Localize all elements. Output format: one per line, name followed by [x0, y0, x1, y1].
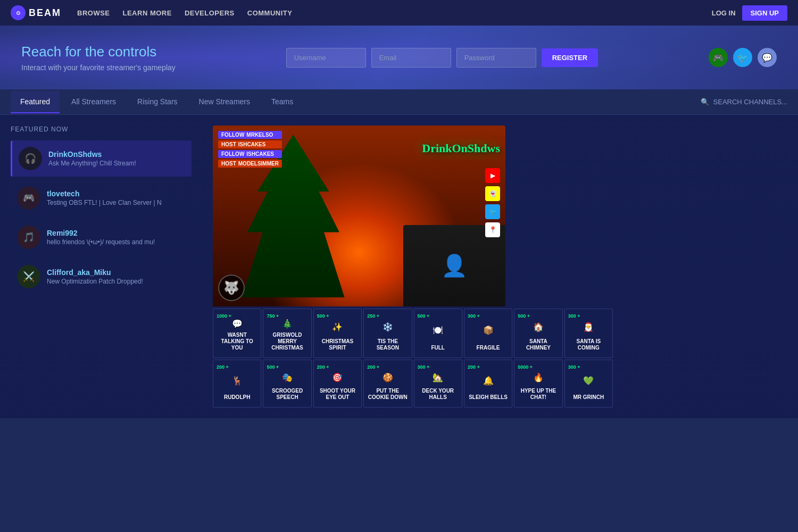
- skill-card-tis-the-season[interactable]: 250 + ❄️ TIS THE SEASON: [363, 309, 412, 358]
- skill-card-sleigh-bells[interactable]: 200 + 🔔 SLEIGH BELLS: [464, 360, 512, 408]
- navbar: ⊙ BEAM BROWSE LEARN MORE DEVELOPERS COMM…: [0, 0, 798, 26]
- skill-card-santa-is-coming[interactable]: 300 + 🎅 SANTA IS COMING: [564, 309, 613, 358]
- hero-banner: Reach for the controls Interact with you…: [0, 26, 798, 89]
- skill-card-fragile[interactable]: 300 + 📦 FRAGILE: [464, 309, 512, 358]
- skill-card-wasnt-talking-to-you[interactable]: 1000 + 💬 WASNT TALKING TO YOU: [213, 309, 261, 358]
- streamer-item-remi[interactable]: 🎵 Remi992 hello friendos \(•ω•)/ request…: [11, 219, 192, 255]
- skill-card-rudolph[interactable]: 200 + 🦌 RUDOLPH: [213, 360, 261, 408]
- skill-icon: 📦: [483, 325, 494, 335]
- skill-icon: 🍪: [383, 372, 393, 383]
- nav-links: BROWSE LEARN MORE DEVELOPERS COMMUNITY: [77, 9, 712, 17]
- skill-icon: 🎄: [282, 319, 293, 329]
- skill-icon: 💬: [232, 319, 243, 329]
- skill-icon: 🔥: [533, 372, 544, 383]
- password-input[interactable]: [456, 48, 536, 68]
- hero-subtitle: Interact with your favorite streamer's g…: [21, 63, 176, 72]
- register-button[interactable]: REGISTER: [542, 48, 598, 67]
- skill-cost: 300 +: [467, 313, 480, 319]
- login-button[interactable]: LOG IN: [712, 9, 736, 17]
- skill-card-griswold-merry-christmas[interactable]: 750 + 🎄 GRISWOLD MERRY CHRISTMAS: [263, 309, 311, 358]
- brand-logo[interactable]: ⊙ BEAM: [11, 5, 61, 20]
- skill-card-deck-your-halls[interactable]: 300 + 🏡 DECK YOUR HALLS: [414, 360, 462, 408]
- badge-host-modelsimmer: HOST MODELSIMMER: [218, 160, 282, 168]
- streamer-desc: Ask Me Anything! Chill Stream!: [48, 160, 136, 167]
- video-frame: FOLLOW MRKELSO HOST ISHCAKES FOLLOW ISHC…: [213, 126, 505, 306]
- snapchat-stream-icon[interactable]: 👻: [485, 186, 500, 201]
- stream-social-icons: ▶ 👻 🐦 📍: [485, 168, 500, 237]
- skill-cost: 1000 +: [215, 313, 231, 319]
- skill-card-santa-chimney[interactable]: 500 + 🏠 SANTA CHIMNEY: [514, 309, 562, 358]
- twitter-stream-icon[interactable]: 🐦: [485, 204, 500, 219]
- skill-card-mr-grinch[interactable]: 300 + 💚 MR GRINCH: [564, 360, 613, 408]
- skill-icon: 🦌: [232, 376, 243, 386]
- skill-name: WASNT TALKING TO YOU: [215, 330, 259, 353]
- username-input[interactable]: [286, 48, 366, 68]
- avatar-clifford: ⚔️: [17, 265, 40, 288]
- skill-icon: 💚: [583, 376, 594, 386]
- skill-icon: ❄️: [383, 322, 393, 332]
- logo-icon: ⊙: [11, 5, 26, 20]
- hero-text: Reach for the controls Interact with you…: [21, 44, 176, 72]
- stream-badges: FOLLOW MRKELSO HOST ISHCAKES FOLLOW ISHC…: [218, 131, 282, 168]
- nav-community[interactable]: COMMUNITY: [247, 9, 293, 17]
- skill-cost: 500 +: [417, 313, 430, 319]
- avatar-remi: 🎵: [17, 226, 40, 249]
- skill-icon: 🏠: [533, 322, 544, 332]
- tab-rising-stars[interactable]: Rising Stars: [128, 91, 187, 113]
- stream-title-overlay: DrinkOnShdws: [422, 142, 500, 155]
- video-player: FOLLOW MRKELSO HOST ISHCAKES FOLLOW ISHC…: [213, 126, 505, 306]
- skill-card-put-the-cookie-down[interactable]: 200 + 🍪 PUT THE COOKIE DOWN: [363, 360, 412, 408]
- skill-icon: 🎭: [282, 372, 293, 383]
- skill-card-hype-up-the-chat![interactable]: 5000 + 🔥 HYPE UP THE CHAT!: [514, 360, 562, 408]
- tab-all-streamers[interactable]: All Streamers: [62, 91, 126, 113]
- xbox-icon[interactable]: 🎮: [709, 48, 728, 67]
- streamer-item-drinkonshdws[interactable]: 🎧 DrinkOnShdws Ask Me Anything! Chill St…: [11, 140, 192, 177]
- location-stream-icon[interactable]: 📍: [485, 222, 500, 237]
- skill-name: SANTA IS COMING: [567, 336, 610, 353]
- signup-button[interactable]: SIGN UP: [742, 5, 787, 21]
- sidebar: Featured now 🎧 DrinkOnShdws Ask Me Anyth…: [0, 115, 202, 418]
- tab-teams[interactable]: Teams: [262, 91, 303, 113]
- nav-browse[interactable]: BROWSE: [77, 9, 110, 17]
- brand-name: BEAM: [29, 7, 61, 19]
- skill-name: SANTA CHIMNEY: [517, 336, 560, 353]
- skill-card-full[interactable]: 500 + 🍽️ FULL: [414, 309, 462, 358]
- hero-form: REGISTER: [192, 48, 693, 68]
- skill-name: CHRISTMAS SPIRIT: [316, 336, 359, 353]
- streamer-item-tlovetech[interactable]: 🎮 tlovetech Testing OBS FTL! | Love Clan…: [11, 180, 192, 216]
- discord-icon[interactable]: 💬: [758, 48, 777, 67]
- streamer-name: DrinkOnShdws: [48, 150, 136, 159]
- skill-cost: 500 +: [316, 313, 329, 319]
- skill-card-scrooged-speech[interactable]: 500 + 🎭 SCROOGED SPEECH: [263, 360, 311, 408]
- streamer-item-clifford[interactable]: ⚔️ Clifford_aka_Miku New Optimization Pa…: [11, 259, 192, 295]
- skill-cost: 300 +: [417, 364, 430, 370]
- skill-name: SHOOT YOUR EYE OUT: [316, 386, 359, 403]
- youtube-stream-icon[interactable]: ▶: [485, 168, 500, 183]
- avatar-emoji: 🎧: [24, 153, 36, 164]
- skill-cost: 250 +: [366, 313, 379, 319]
- nav-right: LOG IN SIGN UP: [712, 5, 787, 21]
- avatar-emoji: 🎮: [23, 192, 35, 204]
- avatar-emoji: ⚔️: [23, 271, 35, 282]
- skill-name: DECK YOUR HALLS: [417, 386, 460, 403]
- email-input[interactable]: [371, 48, 451, 68]
- badge-follow-mrkelso: FOLLOW MRKELSO: [218, 131, 282, 139]
- skill-name: FRAGILE: [476, 343, 501, 353]
- tab-featured[interactable]: Featured: [11, 91, 60, 113]
- skill-card-christmas-spirit[interactable]: 500 + ✨ CHRISTMAS SPIRIT: [313, 309, 362, 358]
- content-area: FOLLOW MRKELSO HOST ISHCAKES FOLLOW ISHC…: [202, 115, 798, 418]
- streamer-desc: hello friendos \(•ω•)/ requests and mu!: [47, 238, 155, 246]
- nav-developers[interactable]: DEVELOPERS: [185, 9, 235, 17]
- nav-learn[interactable]: LEARN MORE: [123, 9, 172, 17]
- streamer-name: tlovetech: [47, 189, 162, 198]
- skill-icon: ✨: [332, 322, 343, 332]
- skill-name: SCROOGED SPEECH: [265, 386, 309, 403]
- twitter-icon[interactable]: 🐦: [733, 48, 752, 67]
- tab-new-streamers[interactable]: New Streamers: [189, 91, 260, 113]
- skill-card-shoot-your-eye-out[interactable]: 200 + 🎯 SHOOT YOUR EYE OUT: [313, 360, 362, 408]
- wolf-logo: 🐺: [218, 275, 245, 301]
- search-icon: 🔍: [701, 98, 709, 106]
- search-label[interactable]: SEARCH CHANNELS...: [713, 98, 787, 106]
- skill-name: PUT THE COOKIE DOWN: [366, 386, 409, 403]
- skill-name: SLEIGH BELLS: [468, 392, 509, 403]
